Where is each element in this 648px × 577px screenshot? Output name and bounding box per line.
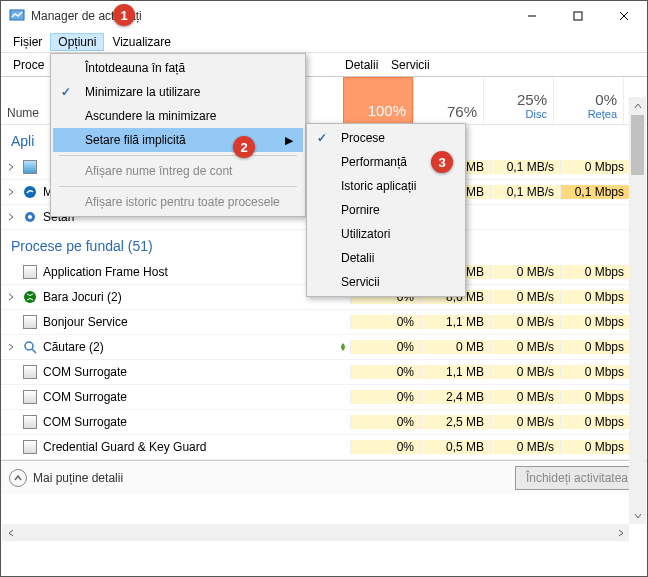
column-memory[interactable]: 76% (413, 77, 483, 124)
cell-mem: 0 MB (420, 340, 490, 354)
process-icon (21, 315, 39, 329)
submenu-startup[interactable]: Pornire (309, 198, 463, 222)
process-icon (21, 290, 39, 304)
cell-net: 0 Mbps (560, 265, 630, 279)
process-name: Application Frame Host (39, 265, 336, 279)
chevron-up-icon[interactable] (9, 469, 27, 487)
submenu-services[interactable]: Servicii (309, 270, 463, 294)
scroll-right-icon[interactable] (612, 524, 629, 541)
cell-disc: 0 MB/s (490, 415, 560, 429)
cell-disc: 0 MB/s (490, 290, 560, 304)
column-disk[interactable]: 25% Disc (483, 77, 553, 124)
menu-options[interactable]: Opțiuni (50, 33, 104, 51)
menubar: Fișier Opțiuni Vizualizare (1, 31, 647, 53)
scroll-thumb[interactable] (631, 115, 644, 175)
menu-item-history-all[interactable]: Afișare istoric pentru toate procesele (53, 190, 303, 214)
column-network[interactable]: 0% Rețea (553, 77, 623, 124)
cell-net: 0 Mbps (560, 160, 630, 174)
expand-icon[interactable] (1, 343, 21, 351)
process-name: Bara Jocuri (2) (39, 290, 336, 304)
menu-item-minimize-use[interactable]: ✓Minimizare la utilizare (53, 80, 303, 104)
process-name: Bonjour Service (39, 315, 336, 329)
app-icon (21, 160, 39, 174)
svg-point-2 (24, 186, 36, 198)
submenu-processes[interactable]: ✓Procese (309, 126, 463, 150)
submenu-users[interactable]: Utilizatori (309, 222, 463, 246)
cell-disc: 0 MB/s (490, 365, 560, 379)
scroll-down-icon[interactable] (629, 507, 646, 524)
process-name: Căutare (2) (39, 340, 336, 354)
menu-file[interactable]: Fișier (5, 33, 50, 51)
horizontal-scrollbar[interactable] (2, 524, 629, 541)
cell-cpu: 0% (350, 440, 420, 454)
default-tab-submenu: ✓Procese Performanță Istoric aplicații P… (306, 123, 466, 297)
column-cpu[interactable]: 100% (343, 77, 413, 124)
submenu-details[interactable]: Detalii (309, 246, 463, 270)
expand-icon[interactable] (1, 213, 21, 221)
maximize-button[interactable] (555, 1, 601, 31)
chevron-right-icon: ▶ (285, 134, 293, 147)
leaf-icon (336, 342, 350, 352)
menu-item-full-name[interactable]: Afișare nume întreg de cont (53, 159, 303, 183)
options-menu: Întotdeauna în față ✓Minimizare la utili… (50, 53, 306, 217)
table-row[interactable]: COM Surrogate0%1,1 MB0 MB/s0 Mbps (1, 360, 630, 385)
check-icon: ✓ (61, 85, 71, 99)
cell-disc: 0 MB/s (490, 265, 560, 279)
cell-mem: 0,5 MB (420, 440, 490, 454)
menu-item-hide-minimize[interactable]: Ascundere la minimizare (53, 104, 303, 128)
minimize-button[interactable] (509, 1, 555, 31)
tab-processes[interactable]: Proce (3, 54, 54, 76)
cell-cpu: 0% (350, 315, 420, 329)
annotation-badge-2: 2 (233, 136, 255, 158)
cell-net: 0 Mbps (560, 440, 630, 454)
close-button[interactable] (601, 1, 647, 31)
expand-icon[interactable] (1, 163, 21, 171)
scroll-up-icon[interactable] (629, 97, 646, 114)
cell-disc: 0,1 MB/s (490, 160, 560, 174)
expand-icon[interactable] (1, 188, 21, 196)
end-task-button[interactable]: Închideți activitatea (515, 466, 639, 490)
footer: Mai puține detalii Închideți activitatea (1, 460, 647, 494)
process-name: COM Surrogate (39, 415, 336, 429)
cell-net: 0 Mbps (560, 290, 630, 304)
cell-net: 0,1 Mbps (560, 185, 630, 199)
expand-icon[interactable] (1, 293, 21, 301)
cell-disc: 0 MB/s (490, 340, 560, 354)
submenu-app-history[interactable]: Istoric aplicații (309, 174, 463, 198)
task-manager-window: Manager de activități Fișier Opțiuni Viz… (0, 0, 648, 577)
cell-net: 0 Mbps (560, 390, 630, 404)
table-row[interactable]: Căutare (2)0%0 MB0 MB/s0 Mbps (1, 335, 630, 360)
gear-icon (21, 210, 39, 224)
menu-separator (59, 186, 297, 187)
fewer-details-link[interactable]: Mai puține detalii (33, 471, 123, 485)
process-icon (21, 340, 39, 354)
table-row[interactable]: Bonjour Service0%1,1 MB0 MB/s0 Mbps (1, 310, 630, 335)
cell-disc: 0 MB/s (490, 440, 560, 454)
vertical-scrollbar[interactable] (629, 97, 646, 524)
process-icon (21, 365, 39, 379)
svg-point-5 (24, 291, 36, 303)
cell-net: 0 Mbps (560, 365, 630, 379)
menu-item-default-tab[interactable]: Setare filă implicită▶ (53, 128, 303, 152)
svg-point-4 (28, 215, 32, 219)
cell-mem: 2,4 MB (420, 390, 490, 404)
annotation-badge-3: 3 (431, 151, 453, 173)
table-row[interactable]: Credential Guard & Key Guard0%0,5 MB0 MB… (1, 435, 630, 460)
window-controls (509, 1, 647, 31)
table-row[interactable]: COM Surrogate0%2,5 MB0 MB/s0 Mbps (1, 410, 630, 435)
menu-item-always-on-top[interactable]: Întotdeauna în față (53, 56, 303, 80)
menu-view[interactable]: Vizualizare (104, 33, 178, 51)
tab-services[interactable]: Servicii (381, 54, 440, 76)
titlebar: Manager de activități (1, 1, 647, 31)
app-icon (9, 8, 25, 24)
process-name: COM Surrogate (39, 390, 336, 404)
scroll-left-icon[interactable] (2, 524, 19, 541)
table-row[interactable]: COM Surrogate0%2,4 MB0 MB/s0 Mbps (1, 385, 630, 410)
process-icon (21, 390, 39, 404)
process-icon (21, 415, 39, 429)
cell-disc: 0 MB/s (490, 315, 560, 329)
svg-point-6 (25, 342, 33, 350)
process-name: Credential Guard & Key Guard (39, 440, 336, 454)
cell-disc: 0 MB/s (490, 390, 560, 404)
menu-separator (59, 155, 297, 156)
